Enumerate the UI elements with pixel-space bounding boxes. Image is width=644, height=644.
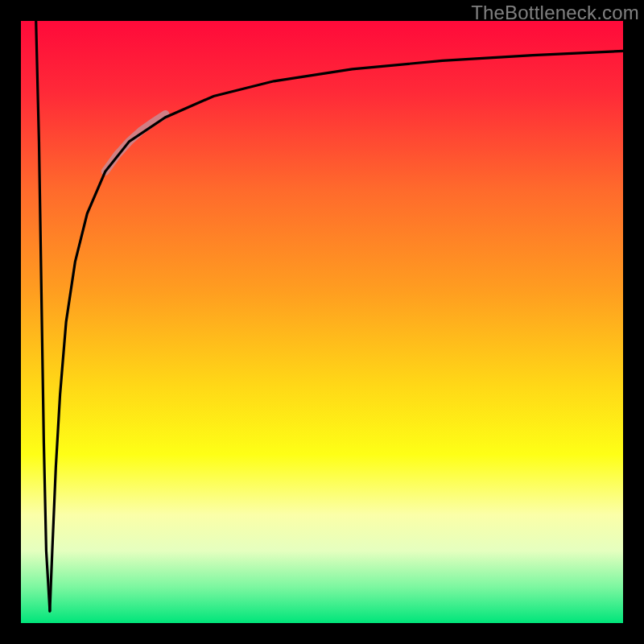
left-descending-edge (36, 21, 50, 611)
curve-layer (21, 21, 623, 623)
watermark-text: TheBottleneck.com (471, 2, 639, 24)
plot-area (21, 21, 623, 623)
chart-frame: TheBottleneck.com (0, 0, 644, 644)
